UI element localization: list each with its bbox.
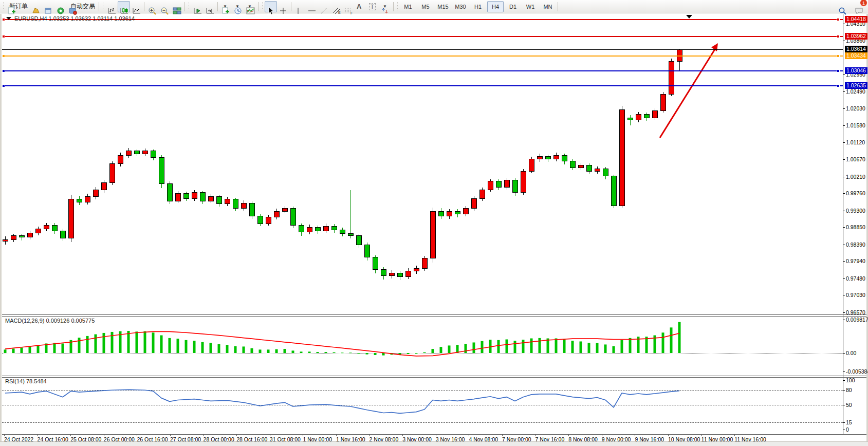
pane-divider[interactable] — [2, 376, 866, 376]
macd-histogram-bar — [275, 349, 278, 353]
cursor-button[interactable] — [265, 1, 277, 12]
macd-pane[interactable] — [2, 315, 843, 376]
macd-histogram-bar — [12, 348, 15, 353]
timeframe-button-m1[interactable]: M1 — [400, 1, 416, 12]
arrows-button[interactable]: ▼ — [379, 1, 392, 12]
price-line-1.03046[interactable] — [2, 70, 843, 71]
toolbar-separator — [393, 2, 394, 11]
macd-axis-label: -0.005384 — [846, 368, 868, 375]
timeframe-button-mn[interactable]: MN — [540, 1, 556, 12]
line-handle[interactable] — [2, 69, 5, 72]
channel-button[interactable]: E — [330, 1, 342, 12]
line-handle[interactable] — [2, 18, 5, 21]
candle-body — [603, 169, 608, 176]
timeframe-button-h4[interactable]: H4 — [487, 1, 504, 12]
macd-histogram-bar — [670, 327, 673, 353]
chart-title: EURUSD,H4 1.03253 1.03632 1.03114 1.0361… — [14, 15, 135, 22]
candle-body — [208, 196, 213, 201]
period-button[interactable]: ▼ — [232, 1, 244, 12]
trend-arrow-line[interactable] — [660, 49, 715, 138]
macd-histogram-bar — [29, 346, 31, 353]
macd-histogram-bar — [506, 340, 508, 353]
pane-divider[interactable] — [2, 377, 866, 378]
line-handle[interactable] — [837, 35, 840, 38]
tile-windows-button[interactable] — [171, 1, 183, 12]
macd-histogram-bar — [571, 341, 574, 353]
notifications-button[interactable]: 1 — [853, 1, 865, 12]
rsi-axis-label: 15 — [846, 419, 852, 425]
svg-text:F: F — [350, 11, 353, 15]
indicators-button[interactable]: ▼ — [244, 1, 256, 12]
line-handle[interactable] — [837, 54, 840, 58]
candle-body — [611, 176, 616, 206]
macd-histogram-bar — [349, 352, 352, 353]
timeframe-button-d1[interactable]: D1 — [505, 1, 521, 12]
macd-histogram-bar — [358, 353, 360, 354]
candle-body — [3, 239, 8, 241]
zoom-in-button[interactable] — [146, 1, 158, 12]
candle-body — [44, 226, 49, 229]
line-handle[interactable] — [837, 69, 840, 72]
line-handle[interactable] — [2, 54, 5, 58]
price-line-1.03434[interactable] — [2, 55, 843, 57]
zoom-out-button[interactable] — [158, 1, 171, 12]
price-axis-label: 0.98390 — [846, 241, 865, 248]
line-handle[interactable] — [2, 84, 5, 87]
fibonacci-button[interactable]: F — [342, 1, 355, 12]
candle-body — [348, 234, 353, 236]
time-marker-triangle-icon[interactable] — [686, 15, 692, 18]
timeframe-button-w1[interactable]: W1 — [522, 1, 539, 12]
trendline-button[interactable] — [318, 1, 330, 12]
candle-body — [192, 193, 197, 199]
bar-chart-button[interactable] — [105, 1, 118, 12]
timeframe-button-m30[interactable]: M30 — [452, 1, 469, 12]
macd-histogram-bar — [251, 348, 253, 353]
price-tag-1.03614: 1.03614 — [845, 46, 867, 52]
search-button[interactable] — [836, 1, 848, 12]
text-label-button[interactable]: T — [367, 1, 379, 12]
autotrade-button[interactable]: 自动交易 — [67, 1, 97, 12]
line-handle[interactable] — [837, 18, 840, 21]
candle-body — [167, 183, 172, 201]
macd-histogram-bar — [604, 344, 607, 353]
timeframe-button-m15[interactable]: M15 — [435, 1, 451, 12]
timeframe-button-h1[interactable]: H1 — [470, 1, 486, 12]
chart-window: EURUSD,H4 1.03253 1.03632 1.03114 1.0361… — [0, 14, 868, 446]
rsi-line — [5, 389, 679, 413]
pane-divider[interactable] — [2, 314, 866, 315]
toolbar-separator — [217, 2, 218, 11]
candlestick-chart-button[interactable] — [118, 1, 130, 12]
line-handle[interactable] — [2, 35, 5, 38]
toolbar-separator — [184, 2, 185, 11]
price-line-1.02635[interactable] — [2, 85, 843, 86]
new-order-button[interactable]: 新订单 — [6, 1, 30, 12]
timeframe-button-m5[interactable]: M5 — [417, 1, 434, 12]
candle-body — [586, 165, 592, 171]
price-line-1.03962[interactable] — [2, 36, 843, 37]
charts-button[interactable] — [42, 1, 54, 12]
auto-scroll-button[interactable] — [191, 1, 204, 12]
candle-body — [11, 236, 16, 239]
pane-divider[interactable] — [2, 316, 866, 317]
line-chart-button[interactable] — [130, 1, 142, 12]
macd-histogram-bar — [374, 353, 377, 355]
text-button[interactable]: A — [355, 1, 367, 12]
navigator-button[interactable] — [54, 1, 67, 12]
macd-histogram-bar — [341, 352, 344, 353]
market-watch-button[interactable] — [30, 1, 42, 12]
candle-body — [455, 211, 460, 214]
candle-body — [200, 193, 205, 201]
crosshair-button[interactable] — [277, 1, 289, 12]
horizontal-line-button[interactable] — [305, 1, 318, 12]
rsi-pane[interactable] — [2, 377, 843, 434]
line-handle[interactable] — [837, 84, 840, 87]
new-chart-button[interactable]: ▼ — [219, 1, 232, 12]
toolbar-grip — [188, 2, 190, 11]
price-axis-label: 0.99760 — [846, 190, 865, 196]
chart-marker-triangle — [6, 17, 11, 20]
vertical-line-button[interactable] — [293, 1, 305, 12]
chart-shift-button[interactable] — [204, 1, 216, 12]
candle-body — [652, 110, 657, 118]
main-price-pane[interactable] — [2, 14, 843, 314]
price-line-1.03614[interactable] — [2, 49, 843, 50]
